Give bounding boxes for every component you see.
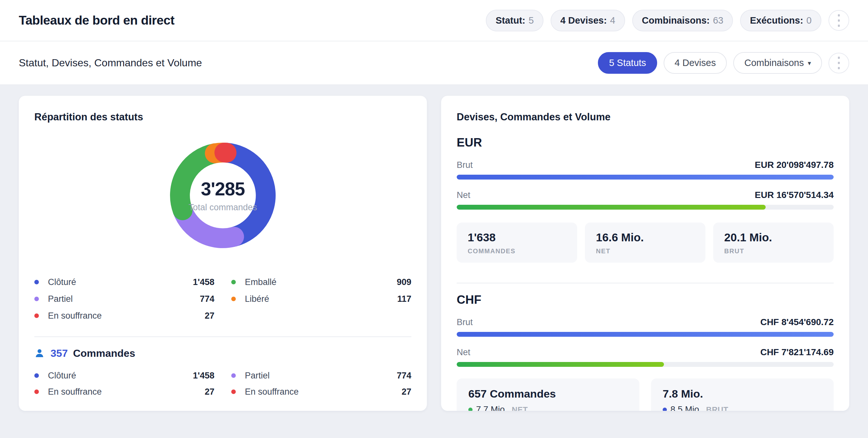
legend-item-en-souffrance: En souffrance 27 [34, 307, 214, 324]
eur-stats: 1'638 COMMANDES 16.6 Mio. NET 20.1 Mio. … [457, 223, 834, 263]
status-donut-chart: 3'285 Total commandes [168, 141, 277, 250]
chf-gross-bar [457, 332, 834, 337]
legend-dot [34, 280, 39, 284]
legend-dot [231, 390, 236, 394]
toolbar-filters: 5 Statuts 4 Devises Combinaisons ▾ [598, 52, 849, 74]
stat-box-brut: 20.1 Mio. BRUT [713, 223, 834, 263]
legend-dot [34, 313, 39, 318]
kebab-menu-icon [838, 57, 840, 59]
chf-net-row: Net CHF 7'821'174.69 [457, 347, 834, 358]
badge-label: Statut: [496, 15, 525, 26]
badge-combinaisons: Combinaisons: 63 [632, 10, 733, 31]
divider [34, 336, 411, 337]
badge-label: 4 Devises: [560, 15, 607, 26]
stat-box-commandes: 1'638 COMMANDES [457, 223, 577, 263]
legend-item-libere: Libéré 117 [231, 291, 411, 307]
chevron-down-icon: ▾ [808, 59, 811, 67]
stat-box-net: 16.6 Mio. NET [585, 223, 705, 263]
legend-dot [34, 373, 39, 378]
filter-devises-button[interactable]: 4 Devises [663, 52, 727, 74]
chf-gross-bar-fill [457, 332, 834, 337]
header-menu-button[interactable] [829, 10, 849, 31]
orders-count: 357 [51, 347, 68, 360]
legend-item-cloture: Clôturé 1'458 [34, 368, 214, 384]
dashboard-content: Répartition des statuts 3'285 Total comm… [0, 85, 868, 411]
legend-item-cloture: Clôturé 1'458 [34, 274, 214, 291]
orders-label: Commandes [73, 347, 135, 360]
legend-item-en-souffrance: En souffrance 27 [34, 384, 214, 400]
badge-label: Exécutions: [750, 15, 803, 26]
page-title: Tableaux de bord en direct [19, 13, 174, 28]
toolbar-menu-button[interactable] [829, 53, 849, 73]
kebab-menu-icon [838, 14, 840, 16]
eur-section: EUR Brut EUR 20'098'497.78 Net EUR 16'57… [457, 136, 834, 263]
chf-gross-row: Brut CHF 8'454'690.72 [457, 317, 834, 327]
legend-item-en-souffrance: En souffrance 27 [231, 384, 411, 400]
dashboard-subtitle: Statut, Devises, Commandes et Volume [19, 57, 202, 69]
legend-item-emballe: Emballé 909 [231, 274, 411, 291]
filter-statuts-button[interactable]: 5 Statuts [598, 52, 657, 74]
legend-item-partiel: Partiel 774 [34, 291, 214, 307]
orders-legend: Clôturé 1'458 En souffrance 27 Partiel 7… [34, 368, 411, 400]
currency-card-title: Devises, Commandes et Volume [457, 111, 834, 123]
stat-box-chf-commandes: 657 Commandes 7.7 Mio. NET [457, 378, 639, 411]
currency-card: Devises, Commandes et Volume EUR Brut EU… [441, 96, 849, 411]
chf-stats: 657 Commandes 7.7 Mio. NET 7.8 Mio. 8.5 … [457, 378, 834, 411]
badge-value: 4 [610, 15, 615, 26]
legend-dot [34, 390, 39, 394]
badge-executions: Exécutions: 0 [740, 10, 822, 31]
net-dot [468, 408, 472, 411]
legend-item-partiel: Partiel 774 [231, 368, 411, 384]
eur-gross-row: Brut EUR 20'098'497.78 [457, 160, 834, 170]
badge-devises: 4 Devises: 4 [551, 10, 625, 31]
badge-statut: Statut: 5 [486, 10, 544, 31]
orders-summary: 357 Commandes [34, 346, 411, 360]
chf-section: CHF Brut CHF 8'454'690.72 Net CHF 7'821'… [457, 293, 834, 411]
status-card: Répartition des statuts 3'285 Total comm… [19, 96, 427, 411]
brut-dot [663, 408, 667, 411]
donut-center: 3'285 Total commandes [168, 141, 277, 250]
badge-value: 0 [806, 15, 812, 26]
chf-net-bar [457, 362, 834, 367]
eur-gross-bar-fill [457, 175, 834, 179]
currency-code: EUR [457, 136, 834, 149]
donut-total-value: 3'285 [201, 178, 245, 200]
badge-value: 63 [713, 15, 723, 26]
chf-net-bar-fill [457, 362, 664, 367]
status-legend: Clôturé 1'458 Partiel 774 En souffrance … [34, 274, 411, 324]
donut-total-label: Total commandes [188, 202, 257, 212]
header-badges: Statut: 5 4 Devises: 4 Combinaisons: 63 … [486, 10, 849, 31]
legend-dot [231, 373, 236, 378]
badge-label: Combinaisons: [642, 15, 710, 26]
eur-gross-bar [457, 175, 834, 179]
status-card-title: Répartition des statuts [34, 111, 411, 123]
filter-combinaisons-label: Combinaisons [744, 58, 804, 68]
divider [457, 283, 834, 283]
dashboard-toolbar: Statut, Devises, Commandes et Volume 5 S… [0, 41, 868, 85]
legend-dot [231, 297, 236, 301]
eur-net-bar-fill [457, 205, 766, 210]
eur-net-row: Net EUR 16'570'514.34 [457, 190, 834, 200]
filter-combinaisons-button[interactable]: Combinaisons ▾ [733, 52, 822, 74]
eur-net-bar [457, 205, 834, 210]
user-icon [34, 348, 45, 359]
legend-dot [34, 297, 39, 301]
app-header: Tableaux de bord en direct Statut: 5 4 D… [0, 0, 868, 41]
legend-dot [231, 280, 236, 284]
currency-code: CHF [457, 293, 834, 307]
badge-value: 5 [529, 15, 534, 26]
stat-box-chf-volume: 7.8 Mio. 8.5 Mio. BRUT [651, 378, 834, 411]
